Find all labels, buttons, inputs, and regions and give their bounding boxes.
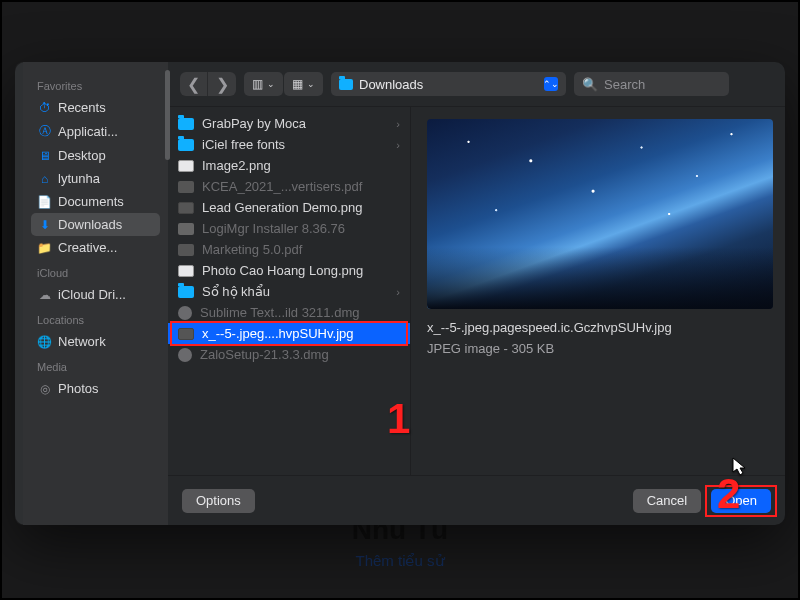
nav-back-button[interactable]: ❮ xyxy=(180,72,208,96)
house-icon: ⌂ xyxy=(37,172,52,186)
file-row[interactable]: Marketing 5.0.pdf xyxy=(168,239,410,260)
file-icon xyxy=(178,223,194,235)
folder-icon xyxy=(339,79,353,90)
file-name: Lead Generation Demo.png xyxy=(202,200,400,215)
sidebar-section-header: Media xyxy=(37,361,160,373)
search-placeholder: Search xyxy=(604,77,645,92)
file-name: Sublime Text...ild 3211.dmg xyxy=(200,305,400,320)
image-icon xyxy=(178,328,194,340)
dialog-footer: Options Cancel Open xyxy=(168,475,785,525)
disk-icon xyxy=(178,348,192,362)
file-row[interactable]: Sublime Text...ild 3211.dmg xyxy=(168,302,410,323)
sidebar-item-photos[interactable]: ◎Photos xyxy=(31,377,160,400)
sidebar-item-label: Photos xyxy=(58,381,98,396)
sidebar-item-documents[interactable]: 📄Documents xyxy=(31,190,160,213)
file-row[interactable]: Lead Generation Demo.png xyxy=(168,197,410,218)
file-name: Image2.png xyxy=(202,158,400,173)
sidebar-item-label: lytunha xyxy=(58,171,100,186)
file-row[interactable]: Image2.png xyxy=(168,155,410,176)
folder-icon xyxy=(178,118,194,130)
preview-pane: x_--5-.jpeg.pagespeed.ic.GczhvpSUHv.jpg … xyxy=(411,107,785,475)
globe-icon: 🌐 xyxy=(37,335,52,349)
file-name: ZaloSetup-21.3.3.dmg xyxy=(200,347,400,362)
file-name: KCEA_2021_...vertisers.pdf xyxy=(202,179,400,194)
open-file-dialog: Favorites⏱RecentsⒶApplicati...🖥Desktop⌂l… xyxy=(15,62,785,525)
folder-icon: 📁 xyxy=(37,241,52,255)
sidebar-section-header: iCloud xyxy=(37,267,160,279)
sidebar-section-header: Locations xyxy=(37,314,160,326)
file-icon xyxy=(178,181,194,193)
sidebar-item-label: Desktop xyxy=(58,148,106,163)
sidebar-item-desktop[interactable]: 🖥Desktop xyxy=(31,144,160,167)
cursor-icon xyxy=(732,457,748,477)
preview-meta: JPEG image - 305 KB xyxy=(427,341,773,356)
doc-icon: 📄 xyxy=(37,195,52,209)
file-row[interactable]: x_--5-.jpeg....hvpSUHv.jpg xyxy=(168,323,410,344)
sidebar: Favorites⏱RecentsⒶApplicati...🖥Desktop⌂l… xyxy=(23,62,168,525)
location-label: Downloads xyxy=(359,77,423,92)
file-row[interactable]: Photo Cao Hoang Long.png xyxy=(168,260,410,281)
file-row[interactable]: GrabPay by Moca› xyxy=(168,113,410,134)
callout-2: 2 xyxy=(717,470,740,518)
sidebar-item-label: Creative... xyxy=(58,240,117,255)
callout-1: 1 xyxy=(387,395,410,443)
clock-icon: ⏱ xyxy=(37,101,52,115)
file-row[interactable]: KCEA_2021_...vertisers.pdf xyxy=(168,176,410,197)
photos-icon: ◎ xyxy=(37,382,52,396)
cloud-icon: ☁ xyxy=(37,288,52,302)
file-row[interactable]: iCiel free fonts› xyxy=(168,134,410,155)
file-list[interactable]: GrabPay by Moca›iCiel free fonts›Image2.… xyxy=(168,107,411,475)
options-button[interactable]: Options xyxy=(182,489,255,513)
sidebar-section-header: Favorites xyxy=(37,80,160,92)
image-icon xyxy=(178,160,194,172)
sidebar-item-label: Recents xyxy=(58,100,106,115)
chevron-right-icon: › xyxy=(396,118,400,130)
file-row[interactable]: Sổ hộ khẩu› xyxy=(168,281,410,302)
file-icon xyxy=(178,244,194,256)
location-popup[interactable]: Downloads ⌃⌄ xyxy=(331,72,566,96)
chevron-right-icon: › xyxy=(396,286,400,298)
preview-image xyxy=(427,119,773,309)
toolbar: ❮ ❯ ▥ ⌄ ▦ ⌄ Downloads ⌃⌄ 🔍 Search xyxy=(168,62,785,106)
search-field[interactable]: 🔍 Search xyxy=(574,72,729,96)
image-icon xyxy=(178,202,194,214)
sidebar-item-applicati-[interactable]: ⒶApplicati... xyxy=(31,119,160,144)
sidebar-item-icloud-dri-[interactable]: ☁iCloud Dri... xyxy=(31,283,160,306)
sidebar-item-downloads[interactable]: ⬇Downloads xyxy=(31,213,160,236)
nav-forward-button[interactable]: ❯ xyxy=(208,72,236,96)
file-name: Photo Cao Hoang Long.png xyxy=(202,263,400,278)
desktop-icon: 🖥 xyxy=(37,149,52,163)
disk-icon xyxy=(178,306,192,320)
file-row[interactable]: LogiMgr Installer 8.36.76 xyxy=(168,218,410,239)
chevron-updown-icon: ⌃⌄ xyxy=(544,77,558,91)
sidebar-item-label: iCloud Dri... xyxy=(58,287,126,302)
sidebar-scrollbar[interactable] xyxy=(165,70,170,160)
sidebar-item-network[interactable]: 🌐Network xyxy=(31,330,160,353)
chevron-right-icon: › xyxy=(396,139,400,151)
image-icon xyxy=(178,265,194,277)
preview-filename: x_--5-.jpeg.pagespeed.ic.GczhvpSUHv.jpg xyxy=(427,319,773,337)
file-name: GrabPay by Moca xyxy=(202,116,388,131)
sidebar-item-label: Applicati... xyxy=(58,124,118,139)
app-icon: Ⓐ xyxy=(37,123,52,140)
sidebar-item-label: Downloads xyxy=(58,217,122,232)
view-columns-button[interactable]: ▥ ⌄ xyxy=(244,72,283,96)
folder-icon xyxy=(178,139,194,151)
down-icon: ⬇ xyxy=(37,218,52,232)
sidebar-item-recents[interactable]: ⏱Recents xyxy=(31,96,160,119)
sidebar-item-lytunha[interactable]: ⌂lytunha xyxy=(31,167,160,190)
sidebar-item-creative-[interactable]: 📁Creative... xyxy=(31,236,160,259)
sidebar-item-label: Documents xyxy=(58,194,124,209)
file-row[interactable]: ZaloSetup-21.3.3.dmg xyxy=(168,344,410,365)
file-name: LogiMgr Installer 8.36.76 xyxy=(202,221,400,236)
file-name: iCiel free fonts xyxy=(202,137,388,152)
file-name: Marketing 5.0.pdf xyxy=(202,242,400,257)
folder-icon xyxy=(178,286,194,298)
search-icon: 🔍 xyxy=(582,77,598,92)
sidebar-item-label: Network xyxy=(58,334,106,349)
file-name: x_--5-.jpeg....hvpSUHv.jpg xyxy=(202,326,400,341)
file-name: Sổ hộ khẩu xyxy=(202,284,388,299)
group-by-button[interactable]: ▦ ⌄ xyxy=(284,72,323,96)
cancel-button[interactable]: Cancel xyxy=(633,489,701,513)
